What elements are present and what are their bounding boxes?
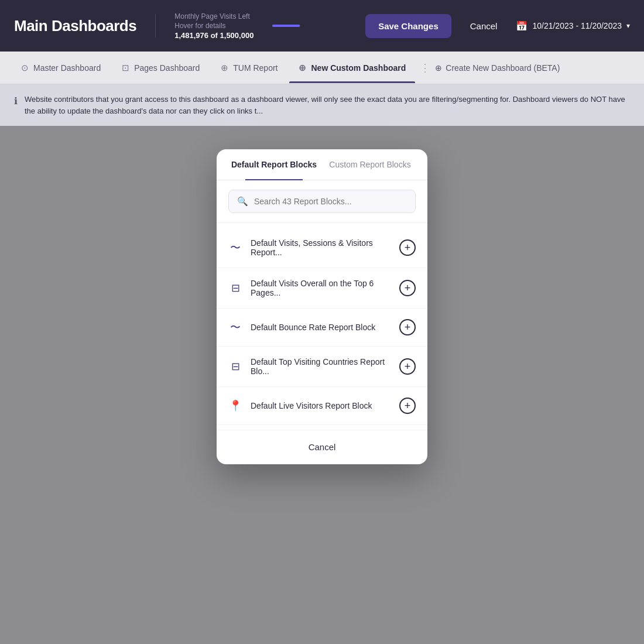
progress-bar-container <box>272 25 300 27</box>
chart-wave-icon: 〜 <box>228 320 242 334</box>
add-item-button[interactable]: + <box>399 398 416 414</box>
list-item[interactable]: 〜 Default Visits, Sessions & Visitors Re… <box>217 228 427 268</box>
header-stats: Monthly Page Visits Left Hover for detai… <box>174 12 254 40</box>
list-item[interactable]: ⊟ Default Visits Overall on the Top 6 Pa… <box>217 268 427 309</box>
item-label: Default Bounce Rate Report Block <box>251 323 391 332</box>
modal-list: 〜 Default Visits, Sessions & Visitors Re… <box>217 223 427 430</box>
modal-tabs: Default Report Blocks Custom Report Bloc… <box>217 149 427 180</box>
header-cancel-button[interactable]: Cancel <box>470 21 498 31</box>
tab-tum-label: TUM Report <box>233 63 278 73</box>
info-banner: ℹ Website contributors that you grant ac… <box>0 84 644 126</box>
modal-cancel-button[interactable]: Cancel <box>309 442 336 452</box>
tab-master-label: Master Dashboard <box>33 63 101 73</box>
chart-wave-icon: 〜 <box>228 241 242 255</box>
tab-create-new-dashboard[interactable]: ⊕ Create New Dashboard (BETA) <box>435 63 560 73</box>
tab-custom-label: New Custom Dashboard <box>311 63 406 73</box>
add-item-button[interactable]: + <box>399 239 416 256</box>
add-item-button[interactable]: + <box>399 280 416 296</box>
table-icon: ⊟ <box>228 282 242 294</box>
list-item[interactable]: 📍 Default Live Visitors Report Block + <box>217 387 427 425</box>
item-label: Default Top Visiting Countries Report Bl… <box>251 357 391 376</box>
app-title: Main Dashboards <box>14 17 136 35</box>
stats-value: 1,481,976 of 1,500,000 <box>174 31 254 40</box>
tab-new-custom-dashboard[interactable]: ⊕ New Custom Dashboard <box>289 53 415 83</box>
progress-bar-fill <box>272 25 300 27</box>
tab-master-dashboard[interactable]: ⊙ Master Dashboard <box>12 53 110 83</box>
list-item[interactable]: ⊟ Default Top Visiting Countries Report … <box>217 347 427 387</box>
item-label: Default Visits, Sessions & Visitors Repo… <box>251 238 391 257</box>
tab-pages-label: Pages Dashboard <box>134 63 200 73</box>
list-item[interactable]: 〜 Default Bounce Rate Report Block + <box>217 309 427 347</box>
date-range[interactable]: 📅 10/21/2023 - 11/20/2023 ▾ <box>516 20 630 32</box>
header-divider <box>155 14 156 37</box>
tum-tab-icon: ⊕ <box>221 63 228 73</box>
date-range-value: 10/21/2023 - 11/20/2023 <box>532 21 622 30</box>
chevron-down-icon: ▾ <box>626 22 630 30</box>
modal-tab-default[interactable]: Default Report Blocks <box>226 149 322 180</box>
modal-overlay: Default Report Blocks Custom Report Bloc… <box>0 126 644 644</box>
custom-tab-icon: ⊕ <box>299 63 306 73</box>
tab-tum-report[interactable]: ⊕ TUM Report <box>211 53 287 83</box>
info-icon: ℹ <box>14 94 18 108</box>
search-input[interactable] <box>254 197 407 206</box>
save-changes-button[interactable]: Save Changes <box>365 14 451 38</box>
calendar-icon: 📅 <box>516 20 527 32</box>
search-icon: 🔍 <box>237 196 248 207</box>
stats-label: Monthly Page Visits Left <box>174 12 254 20</box>
location-icon: 📍 <box>228 399 242 412</box>
table-icon: ⊟ <box>228 360 242 373</box>
master-tab-icon: ⊙ <box>21 63 29 73</box>
item-label: Default Live Visitors Report Block <box>251 401 391 410</box>
create-tab-icon: ⊕ <box>435 63 442 73</box>
item-label: Default Visits Overall on the Top 6 Page… <box>251 279 391 297</box>
modal-footer: Cancel <box>217 430 427 464</box>
stats-hover: Hover for details <box>174 22 254 30</box>
add-item-button[interactable]: + <box>399 358 416 375</box>
tab-pages-dashboard[interactable]: ⊡ Pages Dashboard <box>112 53 209 83</box>
modal-search-area: 🔍 <box>217 180 427 223</box>
tab-separator: ⋮ <box>417 61 433 74</box>
modal-tab-custom[interactable]: Custom Report Blocks <box>322 149 418 180</box>
tabs-bar: ⊙ Master Dashboard ⊡ Pages Dashboard ⊕ T… <box>0 52 644 84</box>
info-banner-text: Website contributors that you grant acce… <box>25 94 630 117</box>
header: Main Dashboards Monthly Page Visits Left… <box>0 0 644 52</box>
modal-add-block: Default Report Blocks Custom Report Bloc… <box>217 149 427 464</box>
add-item-button[interactable]: + <box>399 319 416 335</box>
search-input-wrapper: 🔍 <box>228 190 416 213</box>
pages-tab-icon: ⊡ <box>122 63 129 73</box>
create-tab-label: Create New Dashboard (BETA) <box>446 63 560 73</box>
main-content: Default Report Blocks Custom Report Bloc… <box>0 126 644 644</box>
